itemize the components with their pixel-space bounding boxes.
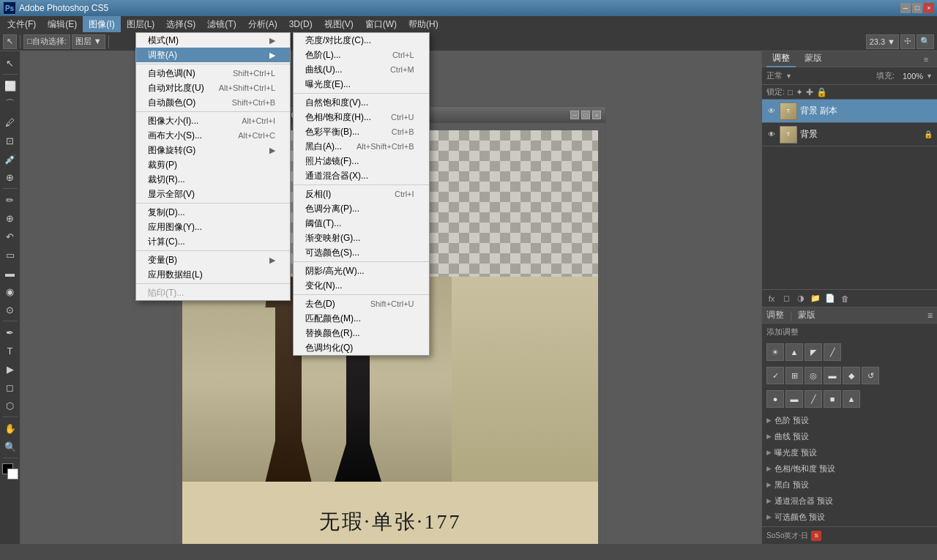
menu-layer[interactable]: 图层(L) <box>121 16 161 32</box>
layer-item-1[interactable]: 👁 T 背景 🔒 <box>762 123 937 146</box>
tool-quick-select[interactable]: 🖊 <box>1 113 19 131</box>
minimize-button[interactable]: ─ <box>900 3 911 13</box>
adj-brightness-contrast[interactable]: 亮度/对比度(C)... <box>294 33 429 48</box>
adj-exposure[interactable]: 曝光度(E)... <box>294 77 429 92</box>
adj-list-levels[interactable]: ▶ 色阶 预设 <box>762 412 937 428</box>
layer-item-0[interactable]: 👁 T 背景 副本 <box>762 100 937 123</box>
adj-icon-brightness[interactable]: ☀ <box>766 343 784 361</box>
menu-trap[interactable]: 陷印(T)... <box>136 285 290 300</box>
toolbar-extra[interactable]: 23.3 ▼ <box>866 34 899 49</box>
tool-clone[interactable]: ⊕ <box>1 209 19 227</box>
adj-list-curves[interactable]: ▶ 曲线 预设 <box>762 428 937 444</box>
adj-list-exposure[interactable]: ▶ 曝光度 预设 <box>762 444 937 460</box>
iw-minimize[interactable]: ─ <box>570 111 579 119</box>
menu-canvas-size[interactable]: 画布大小(S)... Alt+Ctrl+C <box>136 128 290 143</box>
adj-posterize[interactable]: 色调分离(P)... <box>294 201 429 216</box>
tool-move[interactable]: ↖ <box>1 54 19 72</box>
layer-visibility-1[interactable]: 👁 <box>766 130 777 140</box>
adj-list-selective[interactable]: ▶ 可选颜色 预设 <box>762 509 937 525</box>
tab-masks[interactable]: 蒙版 <box>799 51 828 67</box>
adj-panel-menu[interactable]: ≡ <box>927 310 933 321</box>
lock-position[interactable]: ✚ <box>806 87 813 97</box>
adj-icon-vibrance[interactable]: ✓ <box>766 367 784 384</box>
menu-duplicate[interactable]: 复制(D)... <box>136 205 290 220</box>
adj-hue-sat[interactable]: 色相/饱和度(H)... Ctrl+U <box>294 110 429 124</box>
toolbar-arrow[interactable]: ↖ <box>3 34 17 49</box>
menu-trim[interactable]: 裁切(R)... <box>136 172 290 187</box>
adj-shadow-highlight[interactable]: 阴影/高光(W)... <box>294 264 429 278</box>
tool-brush[interactable]: ✏ <box>1 191 19 209</box>
adj-icon-levels[interactable]: ◤ <box>805 343 822 361</box>
toolbar-hand[interactable]: ☩ <box>900 34 915 49</box>
adj-gradient-map[interactable]: 渐变映射(G)... <box>294 231 429 245</box>
adj-icon-selective[interactable]: ▲ <box>843 390 860 408</box>
tool-crop[interactable]: ⊡ <box>1 132 19 149</box>
tool-3d[interactable]: ⬡ <box>1 397 19 414</box>
adj-selective-color[interactable]: 可选颜色(S)... <box>294 245 429 260</box>
layer-mask-add[interactable]: ◻ <box>780 292 793 305</box>
menu-edit[interactable]: 编辑(E) <box>42 16 83 32</box>
iw-maximize[interactable]: □ <box>581 111 590 119</box>
adj-list-bw[interactable]: ▶ 黑白 预设 <box>762 477 937 493</box>
lock-transparent[interactable]: □ <box>788 87 793 97</box>
menu-adjust[interactable]: 调整(A) ▶ <box>136 48 290 62</box>
adj-replace-color[interactable]: 替换颜色(R)... <box>294 326 429 340</box>
panel-menu-btn[interactable]: ≡ <box>919 53 933 66</box>
adj-invert[interactable]: 反相(I) Ctrl+I <box>294 187 429 201</box>
menu-image-size[interactable]: 图像大小(I)... Alt+Ctrl+I <box>136 113 290 128</box>
adj-icon-hue[interactable]: ⊞ <box>785 367 803 384</box>
background-color[interactable] <box>7 468 18 479</box>
tool-marquee[interactable]: ⬜ <box>1 77 19 94</box>
menu-mode[interactable]: 模式(M) ▶ <box>136 33 290 48</box>
menu-3d[interactable]: 3D(D) <box>283 16 318 32</box>
adj-tab-masks[interactable]: 蒙版 <box>798 309 815 321</box>
menu-auto-tone[interactable]: 自动色调(N) Shift+Ctrl+L <box>136 66 290 81</box>
layer-new[interactable]: 📄 <box>824 292 837 305</box>
adj-icon-photofilter[interactable]: ◆ <box>843 367 860 384</box>
menu-calculations[interactable]: 计算(C)... <box>136 234 290 249</box>
layer-visibility-0[interactable]: 👁 <box>766 106 777 116</box>
menu-crop[interactable]: 裁剪(P) <box>136 157 290 172</box>
tool-shape[interactable]: ◻ <box>1 378 19 396</box>
menu-auto-contrast[interactable]: 自动对比度(U) Alt+Shift+Ctrl+L <box>136 81 290 95</box>
adj-tab-adjustments[interactable]: 调整 <box>766 309 784 321</box>
layer-group[interactable]: 📁 <box>809 292 822 305</box>
tool-path-select[interactable]: ▶ <box>1 360 19 378</box>
lock-image[interactable]: ✦ <box>796 87 803 97</box>
adj-curves[interactable]: 曲线(U)... Ctrl+M <box>294 62 429 77</box>
lock-all[interactable]: 🔒 <box>816 87 827 97</box>
adj-icon-invert[interactable]: ● <box>766 390 784 408</box>
color-swatch[interactable] <box>2 463 18 479</box>
menu-analyze[interactable]: 分析(A) <box>242 16 283 32</box>
adj-icon-curves[interactable]: ▲ <box>785 343 803 361</box>
maximize-button[interactable]: □ <box>912 3 922 13</box>
tool-dodge[interactable]: ⊙ <box>1 301 19 318</box>
adj-icon-posterize[interactable]: ▬ <box>785 390 803 408</box>
adj-list-hue[interactable]: ▶ 色相/饱和度 预设 <box>762 460 937 477</box>
toolbar-layer-select[interactable]: 图层 ▼ <box>72 34 105 49</box>
adj-match-color[interactable]: 匹配颜色(M)... <box>294 311 429 326</box>
tool-blur[interactable]: ◉ <box>1 283 19 300</box>
adj-photo-filter[interactable]: 照片滤镜(F)... <box>294 154 429 168</box>
menu-help[interactable]: 帮助(H) <box>403 16 444 32</box>
tool-zoom-tool[interactable]: 🔍 <box>1 438 19 455</box>
layer-delete[interactable]: 🗑 <box>838 292 851 305</box>
menu-view[interactable]: 视图(V) <box>318 16 359 32</box>
menu-window[interactable]: 窗口(W) <box>359 16 403 32</box>
tool-gradient[interactable]: ▬ <box>1 264 19 282</box>
adj-equalize[interactable]: 色调均化(Q) <box>294 340 429 355</box>
menu-image[interactable]: 图像(I) <box>83 16 120 32</box>
tool-eyedropper[interactable]: 💉 <box>1 150 19 168</box>
menu-file[interactable]: 文件(F) <box>1 16 42 32</box>
adj-icon-gradient[interactable]: ■ <box>824 390 841 408</box>
tool-lasso[interactable]: ⌒ <box>1 95 19 113</box>
adj-black-white[interactable]: 黑白(A)... Alt+Shift+Ctrl+B <box>294 139 429 154</box>
tool-hand[interactable]: ✋ <box>1 419 19 437</box>
menu-image-rotate[interactable]: 图像旋转(G) ▶ <box>136 143 290 157</box>
menu-select[interactable]: 选择(S) <box>160 16 201 32</box>
adj-icon-exposure[interactable]: ╱ <box>824 343 841 361</box>
adj-list-channel[interactable]: ▶ 通道混合器 预设 <box>762 493 937 509</box>
layer-adj-add[interactable]: ◑ <box>794 292 807 305</box>
tool-eraser[interactable]: ▭ <box>1 246 19 264</box>
menu-auto-color[interactable]: 自动颜色(O) Shift+Ctrl+B <box>136 95 290 110</box>
